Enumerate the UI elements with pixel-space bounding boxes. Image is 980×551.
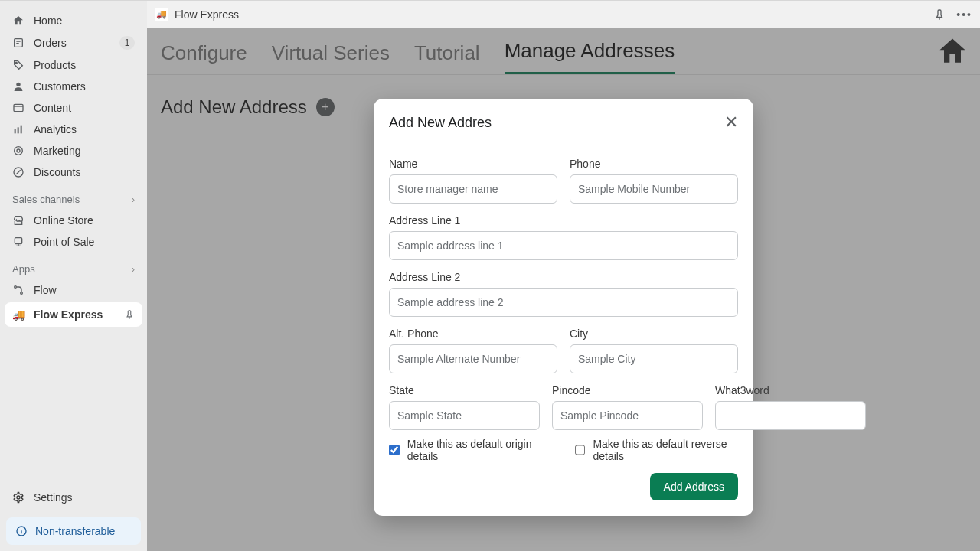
svg-point-7 bbox=[15, 147, 23, 155]
default-origin-check[interactable]: Make this as default origin details bbox=[389, 438, 544, 462]
chevron-right-icon: › bbox=[132, 264, 135, 275]
topbar: 🚚 Flow Express ••• bbox=[147, 1, 980, 28]
sidebar-item-label: Home bbox=[34, 15, 62, 27]
sidebar-item-marketing[interactable]: Marketing bbox=[0, 140, 147, 161]
svg-point-8 bbox=[17, 149, 20, 152]
sidebar-item-content[interactable]: Content bbox=[0, 97, 147, 119]
svg-point-13 bbox=[17, 496, 20, 499]
modal-title: Add New Addres bbox=[389, 115, 492, 131]
sidebar-item-discounts[interactable]: Discounts bbox=[0, 161, 147, 183]
add-address-submit[interactable]: Add Address bbox=[650, 473, 738, 500]
sidebar-item-orders[interactable]: Orders 1 bbox=[0, 31, 147, 54]
addr1-input[interactable] bbox=[389, 231, 738, 260]
addr2-label: Address Line 2 bbox=[389, 271, 738, 283]
sidebar-item-products[interactable]: Products bbox=[0, 54, 147, 76]
orders-icon bbox=[12, 37, 24, 49]
sidebar-item-label: Customers bbox=[34, 80, 86, 93]
sidebar: Home Orders 1 Products Customers Content… bbox=[0, 1, 147, 551]
addr1-label: Address Line 1 bbox=[389, 214, 738, 227]
sidebar-item-customers[interactable]: Customers bbox=[0, 76, 147, 97]
altphone-input[interactable] bbox=[389, 344, 557, 373]
info-icon bbox=[15, 525, 28, 537]
svg-rect-4 bbox=[15, 129, 16, 133]
w3w-label: What3word bbox=[715, 384, 866, 396]
home-icon bbox=[12, 15, 24, 27]
phone-input[interactable] bbox=[570, 174, 738, 204]
sidebar-item-online-store[interactable]: Online Store bbox=[0, 210, 147, 231]
city-label: City bbox=[570, 328, 738, 340]
orders-badge: 1 bbox=[119, 36, 135, 50]
more-icon[interactable]: ••• bbox=[956, 8, 972, 21]
pos-icon bbox=[12, 236, 24, 248]
sidebar-item-label: Online Store bbox=[34, 214, 93, 227]
svg-point-2 bbox=[16, 83, 20, 86]
settings-label: Settings bbox=[34, 491, 73, 504]
sidebar-item-label: Analytics bbox=[34, 123, 77, 135]
sidebar-item-label: Marketing bbox=[34, 145, 80, 157]
add-address-modal: Add New Addres ✕ Name Phone bbox=[374, 99, 753, 516]
sidebar-item-label: Products bbox=[34, 59, 76, 71]
flow-icon bbox=[12, 284, 24, 296]
phone-label: Phone bbox=[570, 158, 738, 170]
analytics-icon bbox=[12, 123, 24, 135]
sidebar-item-flow-express[interactable]: 🚚 Flow Express bbox=[5, 302, 142, 327]
section-label: Sales channels bbox=[12, 194, 80, 205]
sidebar-item-label: Orders bbox=[34, 37, 67, 49]
sidebar-item-analytics[interactable]: Analytics bbox=[0, 119, 147, 140]
sidebar-section-channels[interactable]: Sales channels › bbox=[0, 183, 147, 210]
sidebar-item-pos[interactable]: Point of Sale bbox=[0, 231, 147, 253]
altphone-label: Alt. Phone bbox=[389, 328, 557, 340]
w3w-input[interactable] bbox=[715, 401, 866, 430]
city-input[interactable] bbox=[570, 344, 738, 373]
pin-icon[interactable] bbox=[124, 309, 135, 320]
default-reverse-checkbox[interactable] bbox=[575, 444, 586, 456]
store-icon bbox=[12, 214, 24, 227]
target-icon bbox=[12, 145, 24, 157]
content-icon bbox=[12, 102, 24, 114]
main: 🚚 Flow Express ••• Configure Virtual Ser… bbox=[147, 1, 980, 551]
svg-rect-6 bbox=[21, 126, 22, 134]
state-input[interactable] bbox=[389, 401, 540, 430]
addr2-input[interactable] bbox=[389, 288, 738, 317]
svg-point-11 bbox=[15, 286, 17, 289]
close-icon[interactable]: ✕ bbox=[724, 112, 738, 132]
modal-overlay: Add New Addres ✕ Name Phone bbox=[147, 28, 980, 551]
nontransferable-label: Non-transferable bbox=[35, 525, 115, 537]
svg-rect-3 bbox=[14, 104, 23, 111]
sidebar-item-flow[interactable]: Flow bbox=[0, 279, 147, 301]
content: Configure Virtual Series Tutorial Manage… bbox=[147, 28, 980, 551]
pin-icon[interactable] bbox=[933, 8, 946, 21]
sidebar-item-label: Flow Express bbox=[34, 308, 103, 321]
discount-icon bbox=[12, 166, 24, 178]
pincode-input[interactable] bbox=[552, 401, 703, 430]
name-label: Name bbox=[389, 158, 557, 170]
section-label: Apps bbox=[12, 263, 35, 275]
svg-rect-5 bbox=[18, 127, 19, 133]
default-origin-checkbox[interactable] bbox=[389, 444, 400, 456]
default-origin-label: Make this as default origin details bbox=[407, 438, 544, 462]
gear-icon bbox=[12, 491, 24, 504]
app-icon: 🚚 bbox=[155, 8, 168, 21]
default-reverse-label: Make this as default reverse details bbox=[593, 438, 738, 462]
sidebar-section-apps[interactable]: Apps › bbox=[0, 253, 147, 279]
default-reverse-check[interactable]: Make this as default reverse details bbox=[575, 438, 738, 462]
app-title: Flow Express bbox=[175, 8, 239, 21]
chevron-right-icon: › bbox=[132, 194, 135, 205]
sidebar-item-label: Discounts bbox=[34, 166, 80, 178]
sidebar-item-home[interactable]: Home bbox=[0, 10, 147, 31]
user-icon bbox=[12, 80, 24, 93]
svg-rect-10 bbox=[15, 238, 21, 244]
tag-icon bbox=[12, 59, 24, 71]
svg-point-12 bbox=[21, 292, 23, 295]
state-label: State bbox=[389, 384, 540, 396]
truck-icon: 🚚 bbox=[12, 308, 24, 321]
nontransferable-banner[interactable]: Non-transferable bbox=[6, 517, 141, 545]
svg-point-1 bbox=[15, 62, 17, 64]
sidebar-item-label: Content bbox=[34, 102, 71, 114]
sidebar-item-label: Point of Sale bbox=[34, 236, 94, 248]
sidebar-item-label: Flow bbox=[34, 284, 57, 296]
pincode-label: Pincode bbox=[552, 384, 703, 396]
name-input[interactable] bbox=[389, 174, 557, 204]
sidebar-item-settings[interactable]: Settings bbox=[0, 484, 147, 511]
